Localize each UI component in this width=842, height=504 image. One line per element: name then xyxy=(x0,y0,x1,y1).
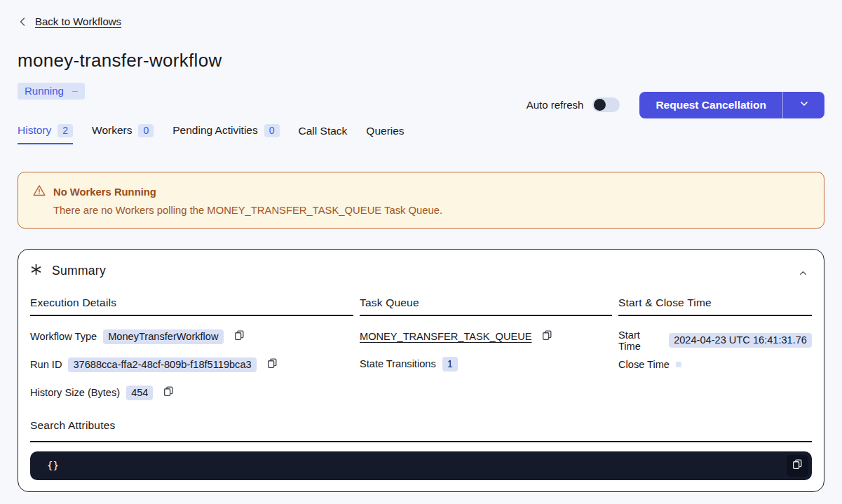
history-size-label: History Size (Bytes) xyxy=(30,387,120,398)
run-id-value: 37688cca-ffa2-48cf-809b-f18f5119bca3 xyxy=(68,357,256,372)
tab-label: History xyxy=(18,124,51,137)
copy-icon xyxy=(541,329,553,343)
copy-icon xyxy=(163,386,175,400)
task-queue-heading: Task Queue xyxy=(360,297,612,316)
task-queue-section: Task Queue MONEY_TRANSFER_TASK_QUEUE xyxy=(360,297,612,400)
banner-message: There are no Workers polling the MONEY_T… xyxy=(53,205,810,216)
back-to-workflows-link[interactable]: Back to Workflows xyxy=(18,15,121,27)
task-queue-link[interactable]: MONEY_TRANSFER_TASK_QUEUE xyxy=(360,331,531,342)
history-size-row: History Size (Bytes) 454 xyxy=(30,386,353,400)
copy-workflow-type-button[interactable] xyxy=(233,329,245,343)
tab-history[interactable]: History 2 xyxy=(18,124,73,144)
copy-icon xyxy=(792,458,803,472)
copy-icon xyxy=(233,329,245,343)
close-time-label: Close Time xyxy=(618,359,670,370)
chevron-up-icon xyxy=(798,268,808,280)
status-label: Running xyxy=(25,85,64,97)
workflow-type-value: MoneyTransferWorkflow xyxy=(103,329,223,344)
summary-card: Summary Execution Details Workflow Type … xyxy=(18,249,824,492)
execution-details-section: Execution Details Workflow Type MoneyTra… xyxy=(30,297,353,400)
no-workers-warning-banner: No Workers Running There are no Workers … xyxy=(18,172,824,229)
chevron-down-icon xyxy=(799,98,810,111)
tab-count-badge: 0 xyxy=(138,124,154,137)
page-title: money-transfer-workflow xyxy=(18,50,824,71)
state-transitions-label: State Transitions xyxy=(360,358,436,369)
state-transitions-value: 1 xyxy=(442,357,458,372)
page-header: money-transfer-workflow Running – Auto r… xyxy=(18,50,824,100)
asterisk-icon xyxy=(30,264,42,278)
copy-icon xyxy=(266,357,278,372)
start-time-value: 2024-04-23 UTC 16:41:31.76 xyxy=(669,333,812,348)
tab-label: Workers xyxy=(92,124,132,137)
warning-icon xyxy=(32,184,46,200)
request-cancellation-button[interactable]: Request Cancellation xyxy=(639,92,782,118)
copy-search-attributes-button[interactable] xyxy=(787,455,808,477)
start-close-time-heading: Start & Close Time xyxy=(618,297,812,316)
toggle-knob xyxy=(594,99,606,111)
tab-pending-activities[interactable]: Pending Activities 0 xyxy=(172,124,279,144)
run-id-label: Run ID xyxy=(30,359,62,370)
back-link-label: Back to Workflows xyxy=(35,15,121,27)
tab-label: Queries xyxy=(366,125,404,137)
search-attributes-heading: Search Attributes xyxy=(30,419,812,442)
search-attributes-code-block: {} xyxy=(30,451,812,480)
status-badge: Running – xyxy=(18,83,85,100)
close-time-row: Close Time xyxy=(618,359,812,370)
copy-history-size-button[interactable] xyxy=(163,386,175,400)
collapse-summary-button[interactable] xyxy=(795,265,811,283)
search-attributes-value: {} xyxy=(47,460,59,471)
header-controls: Auto refresh Request Cancellation xyxy=(527,92,824,118)
tab-count-badge: 2 xyxy=(57,124,73,137)
auto-refresh-toggle[interactable] xyxy=(592,97,620,112)
banner-title: No Workers Running xyxy=(53,186,156,198)
history-size-value: 454 xyxy=(126,386,153,400)
chevron-left-icon xyxy=(18,16,27,27)
status-dash: – xyxy=(72,85,78,96)
state-transitions-row: State Transitions 1 xyxy=(360,357,612,372)
start-time-row: Start Time 2024-04-23 UTC 16:41:31.76 xyxy=(618,329,812,352)
close-time-empty-badge xyxy=(676,362,681,367)
auto-refresh-label: Auto refresh xyxy=(527,99,584,111)
tab-call-stack[interactable]: Call Stack xyxy=(299,125,348,144)
start-close-time-section: Start & Close Time Start Time 2024-04-23… xyxy=(618,297,812,400)
tab-label: Pending Activities xyxy=(172,124,258,137)
copy-run-id-button[interactable] xyxy=(266,357,278,372)
workflow-type-row: Workflow Type MoneyTransferWorkflow xyxy=(30,329,353,344)
workflow-detail-page: Back to Workflows money-transfer-workflo… xyxy=(0,0,842,504)
run-id-row: Run ID 37688cca-ffa2-48cf-809b-f18f5119b… xyxy=(30,357,353,372)
tab-queries[interactable]: Queries xyxy=(366,125,404,144)
task-queue-row: MONEY_TRANSFER_TASK_QUEUE xyxy=(360,329,612,343)
start-time-label: Start Time xyxy=(618,329,663,352)
request-cancellation-button-group: Request Cancellation xyxy=(639,92,824,118)
cancellation-menu-button[interactable] xyxy=(782,92,824,118)
workflow-type-label: Workflow Type xyxy=(30,331,97,342)
copy-task-queue-button[interactable] xyxy=(541,329,553,343)
tab-label: Call Stack xyxy=(299,125,348,137)
execution-details-heading: Execution Details xyxy=(30,297,353,316)
summary-title: Summary xyxy=(52,264,106,278)
tab-bar: History 2 Workers 0 Pending Activities 0… xyxy=(18,124,824,144)
tab-workers[interactable]: Workers 0 xyxy=(92,124,154,144)
tab-count-badge: 0 xyxy=(264,124,280,137)
